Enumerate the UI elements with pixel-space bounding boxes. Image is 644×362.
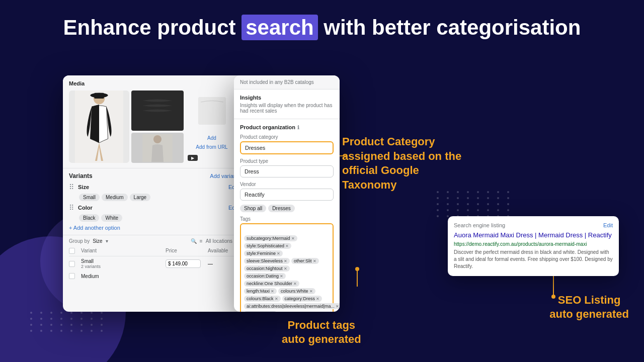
product-type-label: Product type [240,158,334,164]
dots-pattern-right-top [437,191,513,217]
add-from-url-button[interactable]: Add from URL [188,144,236,151]
annotation-tags-line1: Product tags [288,319,355,331]
org-info-icon: ℹ [297,125,299,130]
tag-x-icon[interactable]: ✕ [285,244,289,248]
tag-x-icon[interactable]: ✕ [284,266,287,271]
search-icon[interactable]: 🔍 [191,238,197,244]
tag-x-icon[interactable]: ✕ [336,304,339,309]
color-variant-row: ⠿ Color Edit [69,204,238,211]
thumb-light-svg [198,97,226,125]
svg-rect-11 [198,97,226,125]
seo-card-title: Search engine listing [454,222,505,228]
annotation-category-line1: Product Category [342,135,435,148]
annotation-tags-text: Product tags auto generated [282,318,361,347]
tag-style-sophisticated: style:Sophisticated ✕ [244,243,291,249]
row-small-price-input[interactable] [166,259,201,268]
media-thumb-3 [131,133,184,163]
vendor-label: Vendor [240,182,334,187]
tag-x-icon[interactable]: ✕ [271,289,274,294]
product-panel: Media [63,75,244,312]
fashion-figure-svg [69,90,129,163]
table-header: Variant Price Available [69,246,238,256]
add-media-button[interactable]: Add [188,135,236,142]
annotation-category-line3: official Google Taxonomy [342,164,419,191]
insights-title: Insights [240,95,334,101]
tag-x-icon[interactable]: ✕ [280,274,283,279]
filter-icon[interactable]: ≡ [200,238,203,244]
annotation-category-text: Product Category assigned based on the o… [342,135,473,192]
size-variant-name: Size [78,184,224,190]
row-small-checkbox[interactable] [69,261,75,267]
row-medium-checkbox[interactable] [69,273,75,279]
annotation-seo: SEO Listing auto generated [549,293,629,322]
tag-ai-attributes: ai:attributes:dress|sleeveless|mermaid|m… [244,303,340,309]
variants-table-section: Group by Size ▾ 🔍 ≡ All locations ▾ Vari… [63,235,244,284]
tag-x-icon[interactable]: ✕ [309,289,313,294]
org-title-text: Product organization [240,124,295,130]
tags-input-field[interactable] [244,228,330,233]
size-variant-row: ⠿ Size Edit [69,184,238,191]
color-drag-handle-icon: ⠿ [69,204,74,211]
insights-section: Insights Insights will display when the … [234,89,340,119]
locations-value[interactable]: All locations [206,238,232,244]
group-by-value[interactable]: Size [93,238,102,244]
media-main-image [69,90,129,163]
seo-card-header: Search engine listing Edit [454,222,613,228]
row-small-label: Small [81,258,164,264]
annotation-category-line2: assigned based on the [342,150,461,162]
annotation-seo-text: SEO Listing auto generated [549,293,629,322]
vendor-input[interactable] [240,189,334,201]
media-thumb-2 [198,97,226,125]
insights-desc: Insights will display when the product h… [240,103,334,114]
media-thumb-1 [131,90,184,131]
table-row-small: Small 2 variants — [69,256,238,271]
tag-other-slit: other:Slit ✕ [291,258,319,264]
color-variant-name: Color [78,205,224,211]
tag-x-icon[interactable]: ✕ [284,259,287,263]
add-another-option-link[interactable]: + Add another option [69,225,238,231]
breadcrumb-dresses[interactable]: Dresses [268,205,295,212]
tag-x-icon[interactable]: ✕ [313,259,316,263]
group-by-dropdown-icon[interactable]: ▾ [106,238,108,244]
product-category-input[interactable] [240,141,334,154]
variants-title: Variants [69,172,93,179]
table-select-all-checkbox[interactable] [69,248,75,254]
product-type-input[interactable] [240,165,334,177]
product-org-panel: Not included in any B2B catalogs Insight… [234,75,340,312]
table-col-available: Available [208,248,238,254]
tag-x-icon[interactable]: ✕ [291,236,295,241]
color-tags: Black White [79,214,238,222]
tags-label: Tags [240,216,334,222]
svg-point-13 [153,135,162,143]
color-tag-white: White [101,214,122,222]
seo-card-edit-button[interactable]: Edit [603,222,613,228]
panel-top-bar: Not included in any B2B catalogs [234,75,340,89]
size-tag-large: Large [130,194,151,201]
tag-occasion-nightout: occasion:Nightout ✕ [244,265,290,272]
tag-x-icon[interactable]: ✕ [277,251,280,256]
tags-box[interactable]: subcategory:Mermaid ✕ style:Sophisticate… [240,223,334,312]
tag-x-icon[interactable]: ✕ [275,297,278,301]
tag-style-feminine: style:Feminine ✕ [244,250,283,256]
heading-highlight: search [242,15,317,40]
media-add-buttons[interactable] [186,90,238,131]
tag-x-icon[interactable]: ✕ [293,282,297,286]
dots-pattern-left-bottom [30,312,107,332]
tag-x-icon[interactable]: ✕ [316,297,319,301]
tag-category-dress: category:Dress ✕ [282,296,323,302]
tag-x-icon[interactable]: ✕ [271,312,274,312]
svg-point-3 [355,267,359,271]
seo-card-description: Discover the perfect mermaid dress in bl… [454,249,613,270]
add-buttons-container[interactable]: Add Add from URL ▶ [186,133,238,163]
tag-sleeve-sleeveless: sleeve:Sleeveless ✕ [244,258,290,264]
row-small-name: Small 2 variants [81,258,164,269]
row-medium-label: Medium [81,274,164,279]
annotation-seo-line2: auto generated [549,308,629,320]
row-medium-name: Medium [81,274,164,279]
tag-colours-white: colours:White ✕ [278,288,315,294]
table-col-price: Price [166,248,206,254]
media-section: Media [63,75,244,168]
variants-header: Variants Add variant [69,172,238,179]
breadcrumb-shop-all[interactable]: Shop all [240,205,266,212]
color-tag-black: Black [79,214,99,222]
